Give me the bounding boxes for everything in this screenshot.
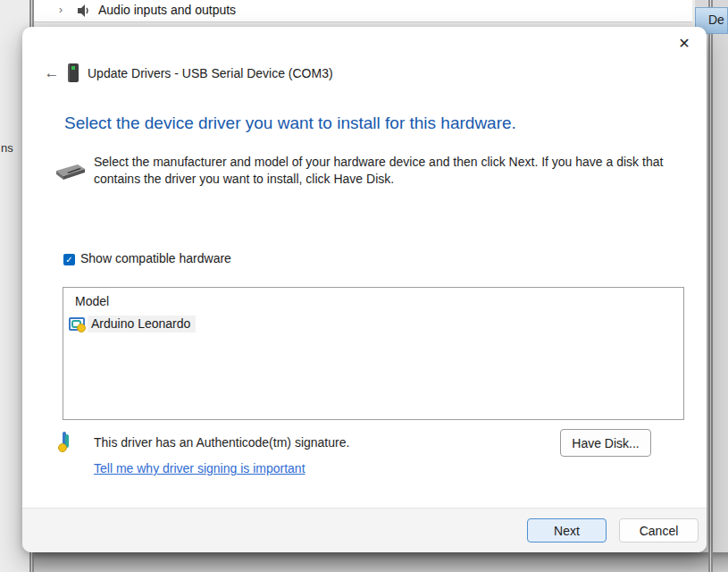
have-disk-button[interactable]: Have Disk... — [560, 429, 651, 457]
back-button[interactable]: ← — [42, 63, 62, 83]
back-arrow-icon: ← — [45, 64, 60, 81]
driver-model-listbox[interactable]: Model Arduino Leonardo — [63, 287, 684, 420]
usb-device-icon — [68, 63, 79, 82]
driver-signing-link[interactable]: Tell me why driver signing is important — [94, 461, 305, 475]
authenticode-icon — [63, 433, 66, 450]
dialog-footer: Next Cancel — [22, 508, 707, 552]
checkmark-icon: ✓ — [65, 255, 72, 265]
signed-driver-icon — [69, 317, 85, 331]
update-drivers-dialog: ✕ ← Update Drivers - USB Serial Device (… — [22, 27, 707, 552]
model-column-header: Model — [75, 294, 109, 308]
cancel-button[interactable]: Cancel — [619, 518, 699, 543]
dialog-title: Update Drivers - USB Serial Device (COM3… — [88, 66, 333, 80]
hardware-disk-icon — [54, 160, 87, 187]
instruction-text: Select the manufacturer and model of you… — [94, 154, 690, 188]
signed-driver-icon — [63, 432, 66, 450]
background-window-right-border — [708, 0, 713, 572]
speaker-icon — [77, 4, 91, 21]
background-statusbar — [34, 552, 728, 572]
tree-row-audio-inputs[interactable]: › Audio inputs and outputs — [34, 0, 692, 22]
show-compatible-checkbox[interactable]: ✓ — [63, 254, 75, 265]
background-text-fragment: ns — [1, 141, 13, 155]
chevron-right-icon[interactable]: › — [59, 4, 63, 16]
close-button[interactable]: ✕ — [673, 32, 696, 55]
show-compatible-label[interactable]: Show compatible hardware — [80, 251, 231, 265]
tree-item-label[interactable]: Audio inputs and outputs — [98, 3, 236, 17]
wizard-heading: Select the device driver you want to ins… — [64, 114, 516, 133]
list-item-label: Arduino Leonardo — [88, 315, 196, 332]
next-button[interactable]: Next — [527, 518, 607, 543]
signature-status-text: This driver has an Authenticode(tm) sign… — [94, 435, 349, 450]
close-icon: ✕ — [678, 36, 690, 51]
list-item-arduino-leonardo[interactable]: Arduino Leonardo — [69, 315, 196, 332]
